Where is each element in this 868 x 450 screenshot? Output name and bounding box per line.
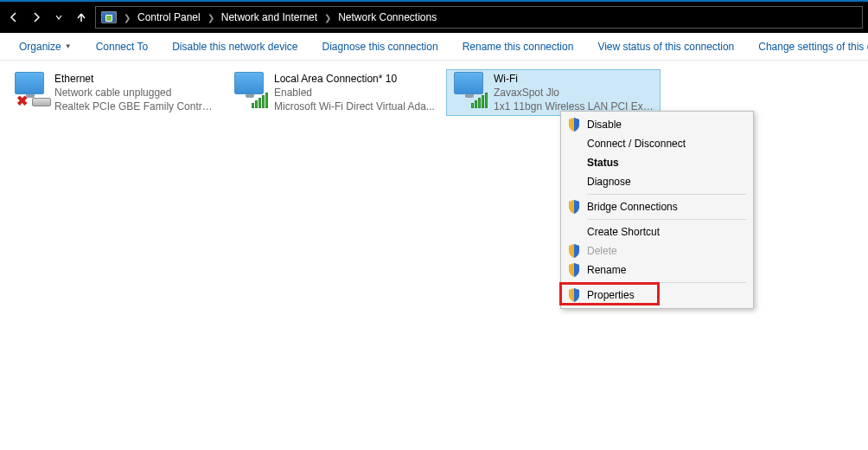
ctx-separator <box>587 282 746 283</box>
ctx-status[interactable]: Status <box>561 153 753 172</box>
chevron-right-icon: ❯ <box>207 13 214 22</box>
control-panel-icon <box>101 11 117 23</box>
toolbar-label: Rename this connection <box>463 41 574 53</box>
connection-device: Realtek PCIe GBE Family Controller <box>54 100 217 113</box>
ctx-delete: Delete <box>561 241 753 260</box>
recent-dropdown[interactable] <box>50 9 67 26</box>
context-menu: Disable Connect / Disconnect Status Diag… <box>560 111 754 309</box>
signal-bars-icon <box>471 93 488 108</box>
rename-button[interactable]: Rename this connection <box>450 33 586 61</box>
toolbar-label: View status of this connection <box>597 41 734 53</box>
ethernet-icon: ✖ <box>11 72 53 112</box>
connection-status: ZavaxSpot Jlo <box>494 86 656 100</box>
chevron-down-icon: ▼ <box>65 42 72 50</box>
chevron-right-icon: ❯ <box>124 13 131 22</box>
toolbar-label: Organize <box>19 41 61 53</box>
disconnected-x-icon: ✖ <box>16 94 30 108</box>
view-status-button[interactable]: View status of this connection <box>585 33 746 61</box>
ctx-disable[interactable]: Disable <box>561 115 753 134</box>
ctx-diagnose[interactable]: Diagnose <box>561 172 753 191</box>
breadcrumb-seg[interactable]: Network Connections <box>338 11 437 23</box>
disable-device-button[interactable]: Disable this network device <box>160 33 310 61</box>
breadcrumb-seg[interactable]: Control Panel <box>137 11 201 23</box>
shield-icon <box>568 288 580 302</box>
connect-to-button[interactable]: Connect To <box>84 33 161 61</box>
connection-status: Network cable unplugged <box>54 86 217 100</box>
shield-icon <box>568 244 580 258</box>
ctx-connect[interactable]: Connect / Disconnect <box>561 134 753 153</box>
wifi-icon <box>450 72 492 112</box>
address-box[interactable]: ❯ Control Panel ❯ Network and Internet ❯… <box>95 6 863 29</box>
toolbar-label: Connect To <box>96 41 149 53</box>
connection-device: Microsoft Wi-Fi Direct Virtual Ada... <box>274 100 435 113</box>
up-button[interactable] <box>73 9 90 26</box>
connection-name: Wi-Fi <box>494 72 656 86</box>
back-button[interactable] <box>5 9 22 26</box>
ctx-rename[interactable]: Rename <box>561 260 753 280</box>
connection-item-wifi[interactable]: Wi-Fi ZavaxSpot Jlo 1x1 11bgn Wireless L… <box>446 69 661 116</box>
ctx-label: Status <box>587 157 619 169</box>
ctx-label: Bridge Connections <box>587 201 678 213</box>
connection-status: Enabled <box>274 86 435 100</box>
toolbar-label: Change settings of this c <box>758 41 868 53</box>
ctx-separator <box>587 194 746 195</box>
organize-menu[interactable]: Organize ▼ <box>7 33 84 61</box>
shield-icon <box>568 263 580 277</box>
connection-name: Local Area Connection* 10 <box>274 72 435 86</box>
connection-item-local[interactable]: Local Area Connection* 10 Enabled Micros… <box>227 69 441 116</box>
toolbar-label: Diagnose this connection <box>322 41 438 53</box>
connection-item-ethernet[interactable]: ✖ Ethernet Network cable unplugged Realt… <box>7 69 221 116</box>
forward-button[interactable] <box>28 9 45 26</box>
ctx-label: Connect / Disconnect <box>587 138 686 150</box>
ctx-label: Disable <box>587 119 622 131</box>
ctx-label: Properties <box>587 289 635 301</box>
ctx-separator <box>587 219 746 220</box>
chevron-right-icon: ❯ <box>324 13 331 22</box>
ctx-bridge[interactable]: Bridge Connections <box>561 197 753 216</box>
ctx-label: Create Shortcut <box>587 226 660 238</box>
ctx-create-shortcut[interactable]: Create Shortcut <box>561 222 753 241</box>
ctx-label: Delete <box>587 245 617 257</box>
shield-icon <box>568 118 580 132</box>
ctx-label: Rename <box>587 264 626 276</box>
wifi-virtual-icon <box>231 72 272 112</box>
ctx-properties[interactable]: Properties <box>561 286 753 305</box>
signal-bars-icon <box>252 93 268 108</box>
toolbar-label: Disable this network device <box>172 41 297 53</box>
connection-name: Ethernet <box>54 72 217 86</box>
command-bar: Organize ▼ Connect To Disable this netwo… <box>0 33 868 61</box>
ctx-label: Diagnose <box>587 176 631 188</box>
diagnose-button[interactable]: Diagnose this connection <box>310 33 450 61</box>
address-bar: ❯ Control Panel ❯ Network and Internet ❯… <box>0 2 868 33</box>
breadcrumb-seg[interactable]: Network and Internet <box>221 11 317 23</box>
shield-icon <box>568 200 580 214</box>
change-settings-button[interactable]: Change settings of this c <box>746 33 868 61</box>
